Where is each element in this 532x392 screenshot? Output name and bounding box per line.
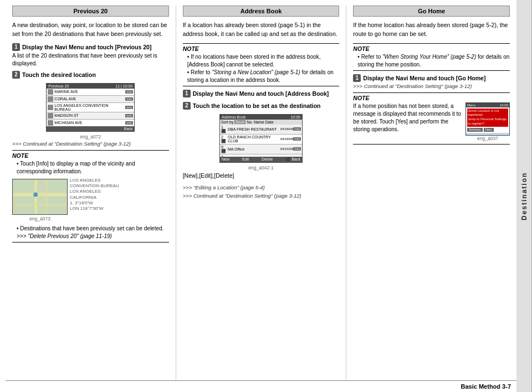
main-content: Previous 20 A new destination, way point… <box>0 0 516 392</box>
col2-note-li2: Refer to "Storing a New Location" (page … <box>187 69 340 84</box>
col1-screen1: Previous 20 11 | 10:00 MARINE AVE Info C… <box>46 83 135 132</box>
col3-screen-msg: Home Location is not registered.Jump to … <box>467 109 508 127</box>
col2-step1-text: Display the Navi Menu and touch [Address… <box>193 90 329 97</box>
col1-body: A new destination, way point, or locatio… <box>12 21 169 39</box>
col1-row2-text: CORAL AVE <box>54 97 125 101</box>
col2-continued2: >>> Continued at "Destination Setting" (… <box>183 193 340 199</box>
col1-step1-text: Display the Navi Menu and touch [Previou… <box>22 44 151 50</box>
col3-note2-content: If a home position has not been stored, … <box>353 102 510 142</box>
col1-footer-back: Back <box>124 127 133 131</box>
col1-row4-icon <box>48 113 53 118</box>
col2-screen: Address Book 10:00 Sort byBook No.NameDa… <box>219 114 303 163</box>
col1-step2-num: 2 <box>12 71 20 79</box>
col1-img2-caption: eng_a073 <box>12 216 68 221</box>
column-gohome: Go Home If the home location has already… <box>346 6 516 380</box>
col1-note-item1: Touch [Info] to display a map of the vic… <box>12 160 169 176</box>
col2-body: If a location has already been stored (p… <box>183 21 340 39</box>
col1-note-item2: Destinations that have been previously s… <box>12 225 169 240</box>
col2-note-li1: If no locations have been stored in the … <box>187 53 340 69</box>
col1-row3-text: LOS ANGELES CONVENTION BUREAU <box>54 104 125 111</box>
col1-step1: 1 Display the Navi Menu and touch [Previ… <box>12 43 169 68</box>
col1-row2-btn: Info <box>125 97 133 101</box>
col1-screen1-time: 11 | 10:00 <box>115 84 132 88</box>
col1-map-screen <box>12 179 68 215</box>
col2-step2-num: 2 <box>183 102 191 110</box>
page-container: Previous 20 A new destination, way point… <box>0 0 532 392</box>
col2-step2-text: Touch the location to be set as the dest… <box>193 102 321 109</box>
col2-note: NOTE If no locations have been stored in… <box>183 43 340 86</box>
col1-note-li2: Destinations that have been previously s… <box>17 225 169 240</box>
col1-row4: MADISON ST Info <box>47 112 134 120</box>
col2-step2-label: 2 Touch the location to be set as the de… <box>183 102 321 110</box>
col3-step1-text: Display the Navi Menu and touch [Go Home… <box>363 75 485 81</box>
col2-note-title: NOTE <box>183 45 340 52</box>
col3-step1: 1 Display the Navi Menu and touch [Go Ho… <box>353 74 510 89</box>
col1-row5-text: MICHIGAN AVE <box>54 121 125 125</box>
svg-rect-4 <box>13 204 67 206</box>
col2-step1-label: 1 Display the Navi Menu and touch [Addre… <box>183 90 329 97</box>
col1-row2: CORAL AVE Info <box>47 96 134 103</box>
col1-note-li1: Touch [Info] to display a map of the vic… <box>17 160 169 176</box>
col1-row1-btn: Info <box>125 90 133 94</box>
col1-row1-text: MARINE AVE <box>54 90 125 94</box>
col1-note: NOTE Touch [Info] to display a map of th… <box>12 150 169 243</box>
col1-note-title: NOTE <box>12 152 169 159</box>
col2-row2: 2 ⬛ OLD RANCH COUNTRY CLUB 04/18/08 Info <box>220 135 302 145</box>
col3-step1-label: 1 Display the Navi Menu and touch [Go Ho… <box>353 74 485 82</box>
col2-screen-footer: NewEditDelete ⬛ Back <box>220 157 302 162</box>
col1-screen1-footer: Back <box>47 126 134 131</box>
col2-note-text: If no locations have been stored in the … <box>183 53 340 84</box>
col1-step2-label: 2 Touch the desired location <box>12 71 96 79</box>
col2-step1-num: 1 <box>183 90 191 97</box>
col1-row1-icon <box>48 89 53 95</box>
col1-header: Previous 20 <box>12 6 169 17</box>
bottom-bar: Basic Method 3-7 <box>6 380 516 392</box>
col3-note2-title: NOTE <box>353 95 510 101</box>
col3-note-li1: Refer to "When Storing Your Home" (page … <box>357 53 510 69</box>
col1-row3-icon <box>48 105 53 110</box>
col3-note2: NOTE If a home position has not been sto… <box>353 92 510 145</box>
col2-row1: 1 ⬛ DBA FRESH RESTAURANT 04/18/09 Info <box>220 125 302 135</box>
col3-header: Go Home <box>353 6 510 17</box>
col2-header: Address Book <box>183 6 340 17</box>
sidebar-label: Destination <box>520 172 528 220</box>
svg-point-5 <box>33 192 38 197</box>
col2-new-edit: [New],[Edit],[Delete] <box>183 172 340 180</box>
col3-note1: NOTE Refer to "When Storing Your Home" (… <box>353 43 510 71</box>
col2-sort-bar: Sort byBook No.NameDate <box>220 120 302 125</box>
svg-rect-2 <box>34 179 37 215</box>
col3-note1-title: NOTE <box>353 45 510 52</box>
col1-row4-text: MADISON ST <box>54 114 125 117</box>
col2-row3: 3 ⬛ MA Office 04/15/08 Info <box>220 145 302 154</box>
col1-row1: MARINE AVE Info <box>47 89 134 96</box>
col2-step1: 1 Display the Navi Menu and touch [Addre… <box>183 90 340 99</box>
svg-rect-1 <box>13 193 67 196</box>
col3-note1-text: Refer to "When Storing Your Home" (page … <box>353 53 510 69</box>
svg-rect-3 <box>45 179 48 215</box>
col2-screen-title: Address Book <box>222 115 246 119</box>
col1-map-svg <box>13 179 67 215</box>
col3-screen: Menu 10:00 Home Location is not register… <box>466 102 510 136</box>
col1-step1-desc: A list of the 20 destinations that have … <box>12 52 169 68</box>
col3-img-caption: eng_a037 <box>477 136 498 141</box>
col1-screen1-header: Previous 20 11 | 10:00 <box>47 84 134 89</box>
col2-screen-time: 10:00 <box>290 115 300 119</box>
col1-continued: >>> Continued at "Destination Setting" (… <box>12 141 169 147</box>
col1-row3-btn: Info <box>125 106 133 109</box>
col1-step1-num: 1 <box>12 43 20 51</box>
col2-img-caption: eng_a042-1 <box>183 165 340 171</box>
col3-step1-continued: >>> Continued at "Destination Setting" (… <box>353 83 510 89</box>
right-sidebar: Destination <box>516 0 532 392</box>
column-addressbook: Address Book If a location has already b… <box>176 6 347 380</box>
col2-step2: 2 Touch the location to be set as the de… <box>183 102 340 111</box>
col1-row3: LOS ANGELES CONVENTION BUREAU Info <box>47 103 134 112</box>
bottom-label: Basic Method 3-7 <box>461 383 511 390</box>
col1-step1-label: 1 Display the Navi Menu and touch [Previ… <box>12 43 151 51</box>
col1-screen1-title: Previous 20 <box>48 84 69 88</box>
col1-step2-text: Touch the desired location <box>22 71 96 78</box>
col1-img1-caption: eng_a072 <box>12 134 169 140</box>
col3-body: If the home location has already been st… <box>353 21 510 39</box>
col2-screen-header: Address Book 10:00 <box>220 115 302 120</box>
col3-step1-num: 1 <box>353 74 361 82</box>
col1-row5-btn: Info <box>125 121 133 125</box>
